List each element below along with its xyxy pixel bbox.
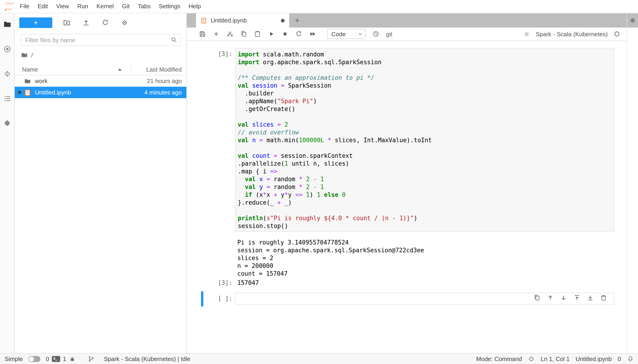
menu-item-run[interactable]: Run: [73, 0, 93, 13]
cell-type-value: Code: [331, 30, 346, 38]
bell-icon[interactable]: [627, 356, 634, 362]
file-modified: 21 hours ago: [147, 78, 186, 84]
tab-bar: Untitled.ipynb: [187, 13, 626, 28]
table-of-contents-icon[interactable]: [3, 94, 12, 103]
file-browser-toolbar: +: [15, 13, 186, 32]
property-inspector-gear-icon[interactable]: [628, 16, 637, 25]
file-row[interactable]: work21 hours ago: [15, 75, 186, 87]
output-line: Pi is roughly 3.140955704778524: [237, 238, 424, 246]
empty-cell-prompt: [ ]:: [193, 294, 232, 302]
running-sessions-status[interactable]: 0 1: [46, 356, 76, 362]
copy-icon[interactable]: [240, 30, 247, 38]
menu-item-kernel[interactable]: Kernel: [92, 0, 118, 13]
menu-item-tabs[interactable]: Tabs: [134, 0, 155, 13]
cell-type-select[interactable]: Code: [327, 29, 366, 39]
breadcrumb[interactable]: /: [15, 50, 186, 60]
jupyter-logo-icon: [3, 1, 16, 12]
menu-item-view[interactable]: View: [52, 0, 73, 13]
menu-item-git[interactable]: Git: [118, 0, 134, 13]
gear-icon[interactable]: [523, 30, 530, 38]
file-list-header: Name Last Modified: [15, 64, 186, 75]
restart-run-all-icon[interactable]: [309, 30, 316, 38]
upload-icon[interactable]: [76, 16, 96, 28]
git-branch-icon[interactable]: [88, 356, 95, 362]
code-line: [238, 113, 612, 121]
cursor-position[interactable]: Ln 1, Col 1: [541, 356, 570, 362]
delete-cell-icon[interactable]: [600, 294, 607, 302]
column-name-label: Name: [22, 66, 38, 73]
simple-mode-label: Simple: [5, 356, 23, 362]
kernel-status-text[interactable]: Spark - Scala (Kubernetes) | Idle: [104, 356, 190, 362]
notebook-icon: [24, 89, 31, 96]
column-header-modified[interactable]: Last Modified: [131, 66, 186, 73]
insert-cell-above-icon[interactable]: [573, 294, 581, 302]
unsaved-changes-dot-icon[interactable]: [281, 18, 285, 22]
target-icon[interactable]: [528, 356, 535, 362]
result-count-prompt: [3]:: [193, 279, 232, 287]
code-line: .appName("Spark Pi"): [238, 97, 612, 105]
code-line: /** Computes an approximation to pi */: [238, 74, 612, 82]
file-browser-panel: +: [15, 13, 186, 353]
git-clone-icon[interactable]: [115, 16, 134, 28]
restart-kernel-icon[interactable]: [295, 30, 302, 38]
code-line: import org.apache.spark.sql.SparkSession: [238, 58, 612, 66]
menu-item-settings[interactable]: Settings: [155, 0, 185, 13]
menu-item-help[interactable]: Help: [185, 0, 205, 13]
stop-icon[interactable]: [281, 30, 289, 38]
code-line: .builder: [238, 90, 612, 97]
search-icon: [170, 36, 178, 44]
running-sessions-icon[interactable]: [3, 44, 12, 54]
git-icon[interactable]: [3, 69, 12, 78]
duplicate-cell-icon[interactable]: [533, 294, 541, 302]
code-line: .getOrCreate(): [238, 105, 612, 113]
history-clock-icon[interactable]: [372, 30, 380, 38]
file-row[interactable]: Untitled.ipynb4 minutes ago: [15, 87, 186, 98]
move-cell-up-icon[interactable]: [547, 294, 554, 302]
simple-mode-toggle[interactable]: [29, 356, 41, 362]
tab-untitled-ipynb[interactable]: Untitled.ipynb: [196, 13, 289, 28]
code-lines: import scala.math.randomimport org.apach…: [238, 50, 612, 230]
new-launcher-button[interactable]: +: [19, 17, 52, 28]
column-header-name[interactable]: Name: [15, 64, 131, 75]
code-line: import scala.math.random: [238, 50, 612, 58]
code-line: val slices = 2: [238, 121, 612, 128]
save-icon[interactable]: [199, 30, 206, 38]
kernel-status-idle-icon[interactable]: [613, 30, 620, 38]
code-line: .map { i =>: [238, 168, 612, 175]
jupyterlab-app: FileEditViewRunKernelGitTabsSettingsHelp: [0, 0, 638, 364]
extensions-icon[interactable]: [3, 119, 12, 128]
cell-output: Pi is roughly 3.140955704778524session =…: [237, 238, 424, 278]
toggle-knob: [29, 356, 34, 362]
mode-indicator[interactable]: Mode: Command: [476, 356, 522, 362]
move-cell-down-icon[interactable]: [560, 294, 567, 302]
output-line: n = 200000: [237, 262, 424, 270]
run-icon[interactable]: [268, 30, 275, 38]
notebook-icon: [201, 17, 207, 24]
refresh-icon[interactable]: [96, 16, 115, 28]
menu-item-file[interactable]: File: [16, 0, 34, 13]
new-folder-icon[interactable]: [57, 16, 76, 28]
new-tab-button[interactable]: [289, 13, 305, 28]
folder-icon: [24, 77, 31, 85]
execution-count-prompt: [3]:: [193, 50, 232, 58]
dock-panel: Untitled.ipynb: [186, 13, 626, 353]
git-toolbar-button[interactable]: git: [386, 30, 392, 38]
paste-icon[interactable]: [254, 30, 261, 38]
folder-icon: [21, 52, 28, 59]
files-icon[interactable]: [3, 20, 12, 29]
code-cell-editor[interactable]: import scala.math.randomimport org.apach…: [235, 48, 614, 232]
right-sidebar-strip: [626, 13, 638, 353]
filter-files-input[interactable]: [20, 34, 181, 46]
insert-cell-below-icon[interactable]: [586, 294, 594, 302]
menubar-items: FileEditViewRunKernelGitTabsSettingsHelp: [16, 0, 205, 13]
file-name: Untitled.ipynb: [35, 89, 71, 96]
insert-cell-icon[interactable]: [213, 30, 220, 38]
status-bar-right: Mode: Command Ln 1, Col 1 Untitled.ipynb…: [476, 356, 634, 362]
file-filter: [20, 34, 181, 46]
notebook-content: [3]: import scala.math.randomimport org.…: [187, 41, 626, 353]
breadcrumb-root[interactable]: /: [31, 52, 33, 58]
cut-icon[interactable]: [226, 30, 234, 38]
menu-item-edit[interactable]: Edit: [34, 0, 52, 13]
kernel-name[interactable]: Spark - Scala (Kubernetes): [536, 30, 608, 38]
notifications-count[interactable]: 0: [618, 356, 621, 362]
